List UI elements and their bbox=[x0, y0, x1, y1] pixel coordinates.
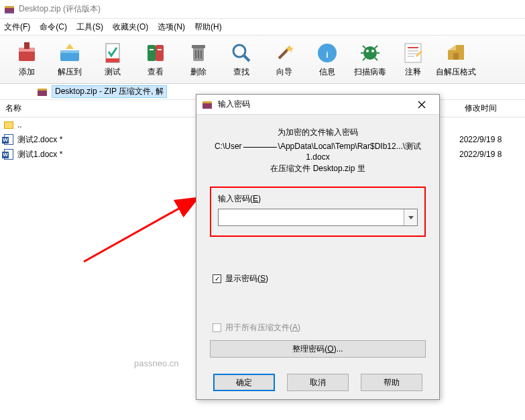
svg-rect-16 bbox=[195, 50, 196, 58]
dialog-titlebar: 输入密码 bbox=[196, 95, 439, 115]
svg-line-30 bbox=[375, 58, 377, 60]
svg-text:i: i bbox=[326, 50, 328, 60]
svg-point-31 bbox=[366, 50, 369, 52]
password-input[interactable] bbox=[218, 209, 418, 226]
svg-rect-10 bbox=[148, 45, 156, 61]
svg-rect-38 bbox=[453, 53, 459, 60]
docx-icon bbox=[4, 134, 13, 145]
svg-line-41 bbox=[84, 198, 198, 262]
view-icon bbox=[143, 41, 168, 65]
password-dialog: 输入密码 为加密的文件输入密码 C:\User\AppData\Local\Te… bbox=[196, 94, 440, 400]
close-button[interactable] bbox=[410, 97, 434, 113]
checkbox-icon bbox=[213, 323, 221, 332]
svg-rect-18 bbox=[200, 50, 202, 58]
tool-wizard[interactable]: 向导 bbox=[263, 38, 306, 81]
delete-icon bbox=[186, 41, 211, 65]
svg-rect-40 bbox=[38, 89, 47, 91]
cancel-button[interactable]: 取消 bbox=[287, 374, 349, 391]
tool-test[interactable]: 测试 bbox=[91, 38, 134, 81]
tool-scan[interactable]: 扫描病毒 bbox=[349, 38, 392, 81]
dialog-title: 输入密码 bbox=[218, 99, 410, 110]
scan-icon bbox=[358, 41, 382, 65]
svg-rect-7 bbox=[60, 50, 79, 53]
comment-icon bbox=[401, 41, 425, 65]
svg-rect-1 bbox=[5, 6, 14, 8]
svg-point-32 bbox=[371, 50, 374, 52]
extract-icon bbox=[58, 41, 82, 65]
svg-line-27 bbox=[363, 46, 365, 48]
svg-rect-12 bbox=[150, 49, 154, 50]
tool-find[interactable]: 查找 bbox=[220, 38, 263, 81]
organize-passwords-button[interactable]: 整理密码(O)... bbox=[210, 340, 426, 358]
checkbox-icon: ✓ bbox=[213, 274, 221, 283]
svg-rect-13 bbox=[158, 49, 162, 50]
help-button[interactable]: 帮助 bbox=[361, 374, 422, 391]
show-password-checkbox[interactable]: ✓ 显示密码(S) bbox=[213, 273, 426, 284]
svg-line-28 bbox=[375, 46, 377, 48]
tool-delete[interactable]: 删除 bbox=[177, 38, 220, 81]
info-icon: i bbox=[315, 41, 339, 65]
dialog-path: C:\User\AppData\Local\Temp\Rar$DIb12...\… bbox=[210, 141, 426, 162]
docx-icon bbox=[4, 149, 13, 160]
winrar-icon bbox=[4, 4, 15, 15]
chevron-down-icon bbox=[408, 216, 414, 219]
tool-comment[interactable]: 注释 bbox=[392, 38, 434, 81]
find-icon bbox=[229, 41, 253, 65]
svg-rect-5 bbox=[24, 42, 30, 49]
tool-view[interactable]: 查看 bbox=[134, 38, 177, 81]
password-label: 输入密码(E) bbox=[218, 193, 418, 205]
menu-cmd[interactable]: 命令(C) bbox=[40, 21, 67, 33]
toolbar: 添加 解压到 测试 查看 删除 查找 向导 i 信息 扫描病毒 注释 自解压格式 bbox=[0, 35, 525, 84]
menu-opt[interactable]: 选项(N) bbox=[158, 21, 185, 33]
tool-extract[interactable]: 解压到 bbox=[48, 38, 91, 81]
svg-rect-17 bbox=[198, 50, 199, 58]
menu-help[interactable]: 帮助(H) bbox=[194, 21, 222, 33]
winrar-icon bbox=[202, 99, 213, 110]
sfx-icon bbox=[444, 41, 468, 65]
menu-fav[interactable]: 收藏夹(O) bbox=[113, 21, 148, 33]
watermark: passneo.cn bbox=[134, 358, 179, 368]
window-titlebar: Desktop.zip (评估版本) bbox=[0, 0, 525, 19]
col-modified[interactable]: 修改时间 bbox=[459, 100, 525, 117]
close-icon bbox=[418, 101, 426, 109]
path-text: Desktop.zip - ZIP 压缩文件, 解 bbox=[52, 85, 167, 98]
svg-line-29 bbox=[363, 58, 365, 60]
svg-rect-9 bbox=[106, 58, 119, 62]
menu-tools[interactable]: 工具(S) bbox=[76, 21, 103, 33]
password-dropdown[interactable] bbox=[404, 209, 417, 225]
redacted-segment bbox=[243, 147, 277, 148]
ok-button[interactable]: 确定 bbox=[213, 374, 275, 391]
svg-line-20 bbox=[244, 56, 249, 61]
svg-rect-2 bbox=[5, 11, 14, 13]
svg-point-19 bbox=[233, 45, 245, 57]
svg-rect-43 bbox=[202, 101, 212, 103]
window-title: Desktop.zip (评估版本) bbox=[19, 3, 101, 15]
dialog-archive-line: 在压缩文件 Desktop.zip 里 bbox=[210, 163, 426, 174]
use-for-all-checkbox[interactable]: 用于所有压缩文件(A) bbox=[213, 322, 426, 333]
menubar: 文件(F) 命令(C) 工具(S) 收藏夹(O) 选项(N) 帮助(H) bbox=[0, 19, 525, 35]
wizard-icon bbox=[272, 41, 296, 65]
svg-rect-15 bbox=[192, 45, 205, 48]
add-icon bbox=[15, 41, 39, 65]
menu-file[interactable]: 文件(F) bbox=[4, 21, 30, 33]
svg-rect-11 bbox=[156, 45, 164, 61]
archive-icon bbox=[37, 87, 48, 97]
folder-icon bbox=[4, 121, 13, 129]
annotation-arrow bbox=[80, 188, 215, 268]
tool-add[interactable]: 添加 bbox=[5, 38, 48, 81]
dialog-message: 为加密的文件输入密码 bbox=[210, 127, 426, 138]
test-icon bbox=[101, 41, 125, 65]
tool-info[interactable]: i 信息 bbox=[306, 38, 349, 81]
annotation-highlight: 输入密码(E) bbox=[210, 187, 426, 237]
tool-sfx[interactable]: 自解压格式 bbox=[434, 38, 477, 81]
